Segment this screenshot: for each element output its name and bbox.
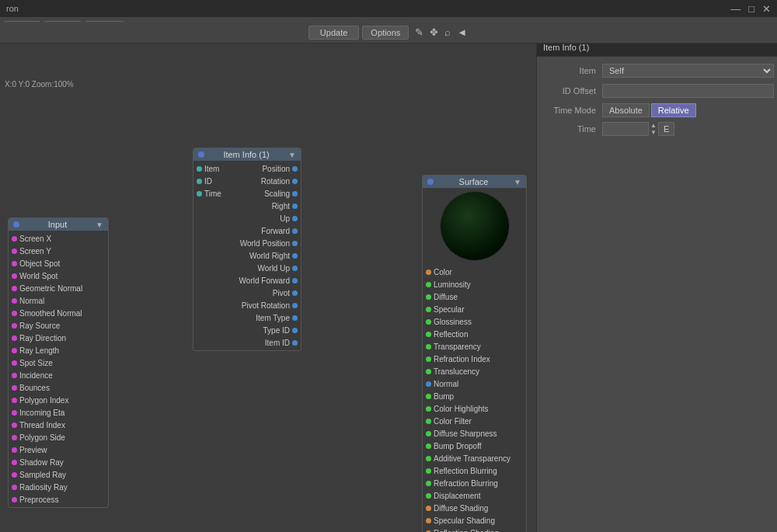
right-panel: Item Info (1) Item Self ID Offset 1 — [536, 39, 777, 532]
node-item-info-arrow[interactable]: ▼ — [288, 151, 296, 159]
dot — [426, 294, 431, 300]
list-item: World Up — [193, 262, 301, 274]
list-item: Specular Shading — [423, 514, 526, 527]
list-item: Bounces — [9, 381, 108, 394]
list-item: Refraction Blurring — [423, 477, 526, 489]
id-offset-value: 1 — [602, 84, 774, 98]
dot — [426, 344, 431, 349]
dot — [197, 191, 202, 196]
dot — [292, 253, 298, 259]
dot — [426, 269, 431, 275]
time-down-arrow[interactable]: ▼ — [650, 129, 657, 136]
time-input[interactable]: 0.0 — [602, 122, 649, 136]
dot — [12, 261, 17, 266]
dot — [426, 406, 431, 412]
list-item: Incoming Eta — [9, 406, 108, 419]
node-surface-arrow[interactable]: ▼ — [514, 178, 521, 186]
list-item: Radiosity Ray — [9, 481, 108, 493]
dot — [12, 472, 17, 478]
item-select[interactable]: Self — [602, 64, 774, 78]
zoom-icon[interactable]: ⌕ — [443, 25, 452, 40]
dot — [426, 356, 431, 362]
dot — [292, 191, 298, 196]
node-surface-rows: Color Luminosity Diffuse Specular Glossi… — [423, 264, 526, 532]
dot — [12, 249, 17, 254]
time-mode-buttons: Absolute Relative — [602, 103, 696, 117]
dot — [292, 179, 298, 184]
dot — [12, 311, 17, 316]
list-item: World Position — [193, 237, 301, 249]
status-bar: X:0 Y:0 Zoom:100% — [0, 78, 78, 90]
dot — [426, 332, 431, 337]
list-item: Diffuse — [423, 290, 526, 303]
time-arrows: ▲ ▼ — [650, 122, 657, 136]
dot — [292, 266, 298, 271]
dot — [426, 307, 431, 312]
list-item: Reflection — [423, 328, 526, 340]
options-button[interactable]: Options — [362, 26, 409, 40]
dot — [12, 323, 17, 329]
arrow-icon[interactable]: ◄ — [455, 25, 469, 40]
dot — [426, 381, 431, 387]
list-item: Forward — [193, 224, 301, 237]
list-item: Screen X — [9, 232, 108, 245]
dot — [12, 273, 17, 279]
list-item: Item Type — [193, 311, 301, 324]
node-item-info: Item Info (1) ▼ Item Position ID Rotatio… — [193, 148, 301, 351]
list-item: Translucency — [423, 365, 526, 377]
dot — [12, 410, 17, 416]
list-item: World Right — [193, 249, 301, 262]
dot — [426, 394, 431, 399]
relative-button[interactable]: Relative — [651, 103, 696, 117]
move-icon[interactable]: ✥ — [428, 25, 440, 40]
node-surface-dot — [427, 179, 434, 185]
update-button[interactable]: Update — [308, 26, 359, 40]
time-up-arrow[interactable]: ▲ — [650, 122, 657, 129]
app-title: ron — [6, 4, 19, 13]
node-input-header: Input ▼ — [9, 218, 108, 231]
node-surface-title: Surface — [459, 177, 489, 186]
dot — [292, 203, 298, 209]
dot — [426, 419, 431, 424]
close-button[interactable]: ✕ — [762, 3, 771, 15]
list-item: Pivot Rotation — [193, 299, 301, 311]
main-area: X:0 Y:0 Zoom:100% Item Info (1) Item Sel… — [0, 39, 777, 532]
list-item: Additive Transparency — [423, 452, 526, 464]
dot — [426, 468, 431, 474]
minimize-button[interactable]: — — [730, 3, 740, 15]
list-item: Polygon Side — [9, 431, 108, 443]
list-item: Luminosity — [423, 278, 526, 290]
dot — [12, 447, 17, 453]
list-item: Displacement — [423, 489, 526, 502]
surface-preview — [440, 191, 510, 261]
zoom-status: X:0 Y:0 Zoom:100% — [5, 80, 74, 89]
dot — [292, 278, 298, 283]
dot — [12, 435, 17, 440]
dot — [426, 481, 431, 486]
dot — [12, 460, 17, 465]
time-e-button[interactable]: E — [658, 122, 674, 136]
absolute-button[interactable]: Absolute — [602, 103, 650, 117]
dot — [197, 179, 202, 184]
list-item: Glossiness — [423, 315, 526, 328]
dot — [426, 369, 431, 374]
time-mode-row: Time Mode Absolute Relative — [540, 103, 774, 117]
node-input: Input ▼ Screen X Screen Y Object Spot Wo… — [8, 217, 109, 508]
id-offset-input[interactable]: 1 — [602, 84, 774, 98]
list-item: Item ID — [193, 336, 301, 349]
list-item: Diffuse Sharpness — [423, 427, 526, 440]
dot — [12, 485, 17, 490]
maximize-button[interactable]: □ — [748, 3, 754, 15]
dot — [12, 360, 17, 366]
list-item: World Forward — [193, 274, 301, 287]
toolbar-icons: ✎ ✥ ⌕ ◄ — [413, 25, 469, 40]
list-item: Type ID — [193, 324, 301, 336]
dot — [292, 303, 298, 308]
time-row: Time 0.0 ▲ ▼ E — [540, 122, 774, 136]
node-input-arrow[interactable]: ▼ — [96, 221, 103, 229]
time-mode-label: Time Mode — [540, 106, 602, 115]
list-item: Right — [193, 200, 301, 212]
pencil-icon[interactable]: ✎ — [413, 25, 425, 40]
node-item-info-dot — [198, 151, 204, 158]
list-item: ID Rotation — [193, 175, 301, 187]
